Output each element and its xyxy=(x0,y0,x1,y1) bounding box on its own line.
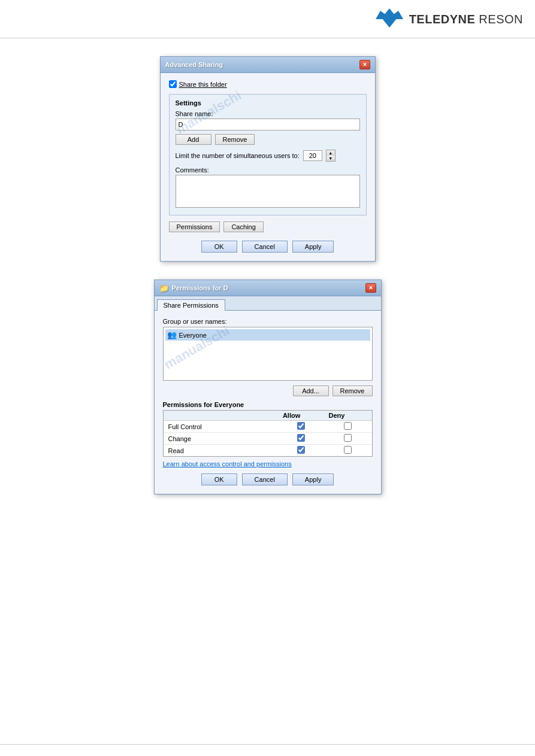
permission-name-cell: Full Control xyxy=(164,421,278,433)
group-label: Group or user names: xyxy=(163,318,373,325)
ok-button[interactable]: OK xyxy=(201,241,237,253)
permission-row: Read xyxy=(164,445,372,457)
share-folder-checkbox[interactable] xyxy=(169,80,177,88)
cancel-button[interactable]: Cancel xyxy=(242,241,288,253)
caching-button[interactable]: Caching xyxy=(223,221,263,232)
perms-caching-row: Permissions Caching xyxy=(169,221,367,232)
permissions-footer: OK Cancel Apply xyxy=(163,471,373,485)
permission-allow-cell[interactable] xyxy=(278,433,324,445)
advanced-sharing-titlebar: Advanced Sharing ✕ xyxy=(161,57,375,73)
deny-header: Deny xyxy=(324,411,371,421)
perm-apply-button[interactable]: Apply xyxy=(292,473,334,485)
page-header: TELEDYNE RESON xyxy=(0,0,535,38)
share-name-input[interactable] xyxy=(176,119,360,130)
limit-input[interactable] xyxy=(303,150,322,161)
allow-checkbox[interactable] xyxy=(297,446,305,454)
learn-link[interactable]: Learn about access control and permissio… xyxy=(163,460,292,467)
teledyne-logo-icon xyxy=(374,6,404,33)
permissions-button[interactable]: Permissions xyxy=(169,221,220,232)
spinner-up-button[interactable]: ▲ xyxy=(327,150,335,156)
group-listbox[interactable]: 👥 Everyone xyxy=(163,327,373,381)
logo-text: TELEDYNE RESON xyxy=(409,13,523,26)
add-button[interactable]: Add xyxy=(176,134,211,145)
spinner-arrows: ▲ ▼ xyxy=(326,150,335,162)
permissions-title: Permissions for D xyxy=(172,284,228,292)
permissions-table-container: Allow Deny Full ControlChangeRead xyxy=(163,410,373,457)
add-remove-row: Add Remove xyxy=(176,134,360,145)
permission-name-cell: Read xyxy=(164,445,278,457)
permission-deny-cell[interactable] xyxy=(324,421,371,433)
allow-header: Allow xyxy=(278,411,324,421)
share-name-label: Share name: xyxy=(176,110,360,117)
permission-name-cell: Change xyxy=(164,433,278,445)
page-content: manualschi Advanced Sharing ✕ Share this… xyxy=(0,38,535,512)
allow-checkbox[interactable] xyxy=(297,434,305,442)
perm-cancel-button[interactable]: Cancel xyxy=(242,473,288,485)
permissions-titlebar: 📁 Permissions for D ✕ xyxy=(155,280,381,296)
permissions-table: Allow Deny Full ControlChangeRead xyxy=(164,411,372,456)
comments-label: Comments: xyxy=(176,166,360,174)
share-folder-row: Share this folder xyxy=(169,80,367,88)
advanced-sharing-footer: OK Cancel Apply xyxy=(169,238,367,253)
deny-checkbox[interactable] xyxy=(344,446,352,454)
limit-label: Limit the number of simultaneous users t… xyxy=(176,152,300,159)
permission-row: Change xyxy=(164,433,372,445)
deny-checkbox[interactable] xyxy=(344,422,352,430)
permission-name-header xyxy=(164,411,278,421)
advanced-sharing-body: Share this folder Settings Share name: A… xyxy=(161,73,375,261)
share-permissions-tab[interactable]: Share Permissions xyxy=(157,299,225,311)
perm-ok-button[interactable]: OK xyxy=(201,473,237,485)
deny-checkbox[interactable] xyxy=(344,434,352,442)
allow-checkbox[interactable] xyxy=(297,422,305,430)
learn-link-row: Learn about access control and permissio… xyxy=(163,460,373,467)
logo-area: TELEDYNE RESON xyxy=(374,6,523,33)
remove-button[interactable]: Remove xyxy=(215,134,255,145)
limit-row: Limit the number of simultaneous users t… xyxy=(176,150,360,162)
everyone-label: Everyone xyxy=(179,332,207,339)
share-folder-label: Share this folder xyxy=(179,81,227,88)
apply-button[interactable]: Apply xyxy=(292,241,334,253)
permissions-for-label: Permissions for Everyone xyxy=(163,401,373,408)
permission-allow-cell[interactable] xyxy=(278,445,324,457)
advanced-sharing-close-button[interactable]: ✕ xyxy=(359,60,370,69)
permissions-close-button[interactable]: ✕ xyxy=(365,283,376,293)
settings-box: Settings Share name: Add Remove Limit th… xyxy=(169,94,367,215)
folder-icon: 📁 xyxy=(159,284,169,293)
comments-textarea[interactable] xyxy=(176,175,360,208)
settings-title: Settings xyxy=(176,99,360,107)
permission-deny-cell[interactable] xyxy=(324,445,371,457)
permissions-body: Group or user names: 👥 Everyone Add... R… xyxy=(155,311,381,494)
permissions-dialog: manualschi 📁 Permissions for D ✕ Share P… xyxy=(154,280,382,494)
page-footer xyxy=(0,744,535,756)
permission-row: Full Control xyxy=(164,421,372,433)
group-section: Group or user names: 👥 Everyone xyxy=(163,318,373,381)
advanced-sharing-dialog: manualschi Advanced Sharing ✕ Share this… xyxy=(160,56,376,262)
perm-remove-button[interactable]: Remove xyxy=(333,385,373,396)
tab-bar: Share Permissions xyxy=(155,296,381,311)
spinner-down-button[interactable]: ▼ xyxy=(327,156,335,161)
permission-deny-cell[interactable] xyxy=(324,433,371,445)
perm-add-button[interactable]: Add... xyxy=(293,385,329,396)
permission-allow-cell[interactable] xyxy=(278,421,324,433)
svg-marker-0 xyxy=(382,8,397,28)
users-icon: 👥 xyxy=(167,330,177,339)
everyone-item[interactable]: 👥 Everyone xyxy=(165,329,370,341)
advanced-sharing-title: Advanced Sharing xyxy=(165,61,223,68)
perm-add-remove-row: Add... Remove xyxy=(163,385,373,396)
